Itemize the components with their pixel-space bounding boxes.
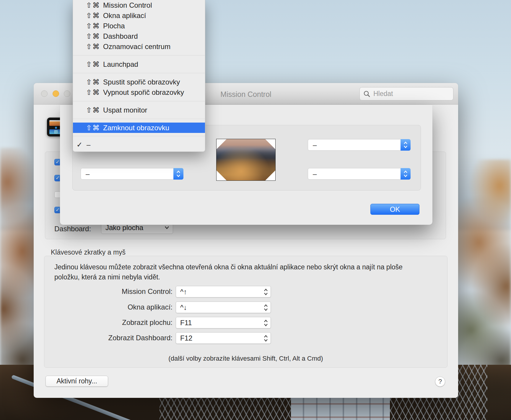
corner-marker-bottom-right <box>265 170 275 180</box>
shortcuts-description-line1: Jedinou klávesou můžete zobrazit všechna… <box>54 263 403 271</box>
stepper-icon <box>403 141 408 149</box>
menu-separator <box>73 69 205 77</box>
active-corners-button[interactable]: Aktivní rohy... <box>45 376 108 387</box>
shortcut-label-mission-control: Mission Control: <box>63 287 172 296</box>
corner-popup-value: – <box>86 170 89 178</box>
shortcut-value: F11 <box>180 319 192 327</box>
stepper-icon <box>263 319 268 327</box>
icon-dot <box>55 127 57 129</box>
menu-item-desktop[interactable]: ⇧⌘ Plocha <box>73 21 205 31</box>
menu-item-label: Plocha <box>103 22 125 30</box>
menu-separator <box>73 115 205 123</box>
menu-item-lock-screen[interactable]: ⇧⌘ Zamknout obrazovku <box>73 123 205 133</box>
menu-item-label: Uspat monitor <box>103 106 147 114</box>
menu-item-label: Vypnout spořič obrazovky <box>103 88 184 97</box>
corner-popup-bottom-left[interactable]: – <box>81 168 183 180</box>
search-field[interactable] <box>359 87 453 100</box>
dashboard-popup-value: Jako plocha <box>105 224 143 232</box>
shift-cmd-icon: ⇧⌘ <box>86 32 100 40</box>
menu-item-label: Launchpad <box>103 60 138 69</box>
corner-popup-value: – <box>313 141 317 149</box>
stepper-icon <box>263 288 268 296</box>
menu-item-start-screensaver[interactable]: ⇧⌘ Spustit spořič obrazovky <box>73 77 205 87</box>
shift-cmd-icon: ⇧⌘ <box>86 12 100 20</box>
shortcut-value: F12 <box>180 334 192 342</box>
menu-item-none[interactable]: ✓ – <box>73 139 205 150</box>
stepper-icon <box>403 170 408 178</box>
stepper-icon <box>176 170 181 178</box>
corner-popup-top-right[interactable]: – <box>308 139 411 151</box>
shift-cmd-icon: ⇧⌘ <box>86 106 100 114</box>
shortcut-popup-show-dashboard[interactable]: F12 <box>176 332 271 344</box>
shift-cmd-icon: ⇧⌘ <box>86 1 100 9</box>
menu-item-stop-screensaver[interactable]: ⇧⌘ Vypnout spořič obrazovky <box>73 87 205 97</box>
shortcut-value: ^↑ <box>180 288 187 296</box>
shortcuts-description-line2: položku, která za nimi nebyla vidět. <box>54 273 160 281</box>
popup-stepper-blue <box>173 168 183 180</box>
menu-item-dashboard[interactable]: ⇧⌘ Dashboard <box>73 31 205 41</box>
shortcut-popup-show-desktop[interactable]: F11 <box>176 317 271 328</box>
corner-popup-value: – <box>313 170 317 178</box>
shortcut-popup-app-windows[interactable]: ^↓ <box>176 302 271 313</box>
menu-item-sleep-display[interactable]: ⇧⌘ Uspat monitor <box>73 105 205 115</box>
shift-cmd-icon: ⇧⌘ <box>86 78 100 86</box>
shortcuts-footnote: (další volby zobrazíte klávesami Shift, … <box>44 355 447 362</box>
search-input[interactable] <box>373 89 442 98</box>
question-mark-icon: ? <box>438 378 442 385</box>
corner-marker-top-left <box>217 139 227 149</box>
shift-cmd-icon: ⇧⌘ <box>86 22 100 30</box>
dashboard-label: Dashboard: <box>54 225 91 233</box>
menu-item-label: Mission Control <box>103 1 152 9</box>
menu-item-app-windows[interactable]: ⇧⌘ Okna aplikací <box>73 10 205 21</box>
shift-cmd-icon: ⇧⌘ <box>86 124 100 132</box>
menu-item-label: Dashboard <box>103 32 138 40</box>
menu-item-label: Spustit spořič obrazovky <box>103 78 180 86</box>
stepper-icon <box>263 334 268 342</box>
popup-stepper-blue <box>401 168 411 180</box>
corner-marker-bottom-left <box>217 170 227 180</box>
shift-cmd-icon: ⇧⌘ <box>86 88 100 97</box>
menu-separator <box>73 97 205 105</box>
stepper-icon <box>263 304 268 312</box>
ok-button[interactable]: OK <box>370 204 419 215</box>
search-icon <box>363 90 370 97</box>
menu-item-notification-center[interactable]: ⇧⌘ Oznamovací centrum <box>73 41 205 52</box>
shortcut-label-show-dashboard: Zobrazit Dashboard: <box>63 334 172 342</box>
menu-separator <box>73 52 205 59</box>
shortcut-label-show-desktop: Zobrazit plochu: <box>63 318 172 327</box>
check-icon: ✓ <box>77 141 87 149</box>
corner-popup-bottom-right[interactable]: – <box>308 168 411 180</box>
menu-item-label: Oznamovací centrum <box>103 43 170 51</box>
corner-marker-top-right <box>265 139 275 149</box>
popup-stepper-blue <box>401 139 411 151</box>
desktop-preview-thumbnail <box>216 139 276 181</box>
shortcut-popup-mission-control[interactable]: ^↑ <box>176 286 271 297</box>
shortcut-dropdown-menu: ⇧⌘ Mission Control ⇧⌘ Okna aplikací ⇧⌘ P… <box>73 0 205 152</box>
help-button[interactable]: ? <box>435 377 445 387</box>
shift-cmd-icon: ⇧⌘ <box>86 60 100 69</box>
menu-item-label: Zamknout obrazovku <box>103 124 169 132</box>
menu-item-label: Okna aplikací <box>103 12 146 20</box>
desktop: Mission Control Dashboard: Jako plocha <box>0 0 511 420</box>
menu-item-launchpad[interactable]: ⇧⌘ Launchpad <box>73 59 205 69</box>
shortcut-label-app-windows: Okna aplikací: <box>63 303 172 311</box>
chevron-down-icon <box>165 226 169 229</box>
menu-item-mission-control[interactable]: ⇧⌘ Mission Control <box>73 0 205 10</box>
shortcuts-heading: Klávesové zkratky a myš <box>51 248 126 256</box>
shortcut-value: ^↓ <box>180 303 187 312</box>
menu-separator <box>73 133 205 139</box>
menu-item-label: – <box>87 141 90 149</box>
shift-cmd-icon: ⇧⌘ <box>86 43 100 51</box>
